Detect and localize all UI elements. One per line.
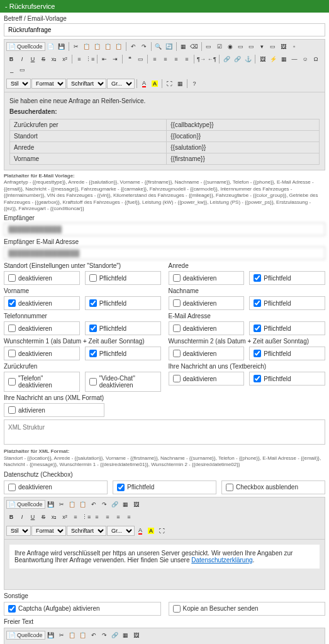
datenschutz-ausblenden[interactable]: Checkbox ausblenden [221,480,325,494]
bgcolor-icon[interactable]: A [150,79,160,89]
cut-icon[interactable]: ✂ [57,499,67,509]
unlink-icon[interactable]: 🔗 [232,54,242,64]
ul-icon[interactable]: ⋮≡ [85,54,95,64]
underline-icon[interactable]: U [28,54,38,64]
source-button[interactable]: 📄 Quellcode [6,42,45,51]
strike-icon[interactable]: S [38,512,48,522]
button-icon[interactable]: ▭ [268,42,278,52]
copy-icon[interactable]: 📋 [82,42,92,52]
wunsch1-pflicht[interactable]: Pflichtfeld [85,347,161,360]
anrede-pflicht[interactable]: Pflichtfeld [249,271,325,285]
justify-icon[interactable]: ≡ [124,512,134,522]
maximize-icon[interactable]: ⛶ [157,526,167,536]
select-icon[interactable]: ▾ [257,42,267,52]
editor1-content[interactable]: Sie haben eine neue Anfrage an Reifen-Se… [4,92,325,170]
textarea-icon[interactable]: ▭ [247,42,257,52]
strike-icon[interactable]: S [38,54,48,64]
left-icon[interactable]: ≡ [150,54,160,64]
style-select[interactable]: Stil [6,79,31,89]
paste-word-icon[interactable]: 📋 [114,42,124,52]
right-icon[interactable]: ≡ [113,512,123,522]
paste-text-icon[interactable]: 📋 [103,42,113,52]
link-icon[interactable]: 🔗 [221,54,231,64]
textcolor-icon[interactable]: A [139,79,149,89]
ltr-icon[interactable]: ¶→ [196,54,206,64]
xml-textarea[interactable] [4,419,325,445]
new-icon[interactable]: 📄 [46,42,56,52]
bgcolor-icon[interactable]: A [146,526,156,536]
copy-icon[interactable]: 📋 [67,499,77,509]
undo-icon[interactable]: ↶ [89,499,99,509]
ol-icon[interactable]: ≡ [70,512,81,522]
paste-icon[interactable]: 📋 [78,630,88,640]
wunsch2-pflicht[interactable]: Pflichtfeld [249,347,325,360]
ul-icon[interactable]: ⋮≡ [81,512,91,522]
cut-icon[interactable]: ✂ [57,630,67,640]
standort-pflicht[interactable]: Pflichtfeld [85,271,161,285]
font-select[interactable]: Schriftart [67,79,106,89]
checkbox-icon[interactable]: ☑ [215,42,225,52]
font-select-2[interactable]: Schriftart [67,526,106,536]
redo-icon[interactable]: ↷ [99,630,109,640]
about-icon[interactable]: ? [189,79,199,89]
subject-input[interactable] [4,23,325,36]
iframe-icon[interactable]: ▭ [17,65,27,75]
showblocks-icon[interactable]: ▦ [175,79,185,89]
kopie-checkbox[interactable]: Kopie an Besucher senden [169,602,326,616]
selectall-icon[interactable]: ▦ [179,42,189,52]
nachricht-deakt[interactable]: deaktivieren [169,372,245,386]
image-icon[interactable]: 🖼 [131,630,142,640]
italic-icon[interactable]: I [17,512,27,522]
size-select[interactable]: Gr... [107,79,135,89]
maximize-icon[interactable]: ⛶ [164,79,174,89]
vorname-deakt[interactable]: deaktivieren [4,296,80,310]
image-icon[interactable]: 🖼 [131,499,142,509]
flash-icon[interactable]: ⚡ [268,54,278,64]
anrede-deakt[interactable]: deaktivieren [169,271,245,285]
paste-icon[interactable]: 📋 [92,42,103,52]
undo-icon[interactable]: ↶ [128,42,138,52]
replace-icon[interactable]: 🔄 [164,42,174,52]
redo-icon[interactable]: ↷ [139,42,149,52]
copy-icon[interactable]: 📋 [67,630,77,640]
find-icon[interactable]: 🔍 [153,42,164,52]
quote-icon[interactable]: ❝ [125,54,135,64]
anchor-icon[interactable]: ⚓ [243,54,253,64]
link-icon[interactable]: 🔗 [110,499,120,509]
captcha-checkbox[interactable]: Captcha (Aufgabe) aktivieren [4,602,161,616]
telefon-deakt[interactable]: deaktivieren [4,321,80,335]
ol-icon[interactable]: ≡ [74,54,84,64]
sup-icon[interactable]: x² [60,54,70,64]
indent-icon[interactable]: ⇥ [110,54,120,64]
xml-aktivieren[interactable]: aktivieren [4,403,104,417]
source-button-2[interactable]: 📄 Quellcode [6,500,45,509]
datenschutz-pflicht[interactable]: Pflichtfeld [113,480,216,494]
hr-icon[interactable]: — [289,54,299,64]
left-icon[interactable]: ≡ [92,512,102,522]
table-icon[interactable]: ▦ [279,54,289,64]
table-icon[interactable]: ▦ [121,499,131,509]
video-deakt-cb[interactable]: "Video-Chat" deaktivieren [85,372,161,392]
center-icon[interactable]: ≡ [103,512,113,522]
save-icon[interactable]: 💾 [46,630,56,640]
table-icon[interactable]: ▦ [121,630,131,640]
undo-icon[interactable]: ↶ [89,630,99,640]
email-deakt[interactable]: deaktivieren [169,321,245,335]
smiley-icon[interactable]: ☺ [300,54,310,64]
editor2-content[interactable]: Ihre Anfrage wird verschlüsselt per http… [4,540,325,590]
standort-deakt[interactable]: deaktivieren [4,271,80,285]
removefmt-icon[interactable]: ⌫ [189,42,199,52]
link-icon[interactable]: 🔗 [110,630,120,640]
telefon-pflicht[interactable]: Pflichtfeld [85,321,161,335]
italic-icon[interactable]: I [17,54,27,64]
empfaenger-email-input[interactable]: ████████████████ [4,247,325,260]
textfield-icon[interactable]: ▭ [236,42,246,52]
rtl-icon[interactable]: ←¶ [207,54,217,64]
source-button-3[interactable]: 📄 Quellcode [6,631,45,640]
center-icon[interactable]: ≡ [160,54,170,64]
wunsch2-deakt[interactable]: deaktivieren [169,347,245,360]
radio-icon[interactable]: ◉ [225,42,235,52]
div-icon[interactable]: ▭ [135,54,145,64]
sup-icon[interactable]: x² [60,512,70,522]
vorname-pflicht[interactable]: Pflichtfeld [85,296,161,310]
